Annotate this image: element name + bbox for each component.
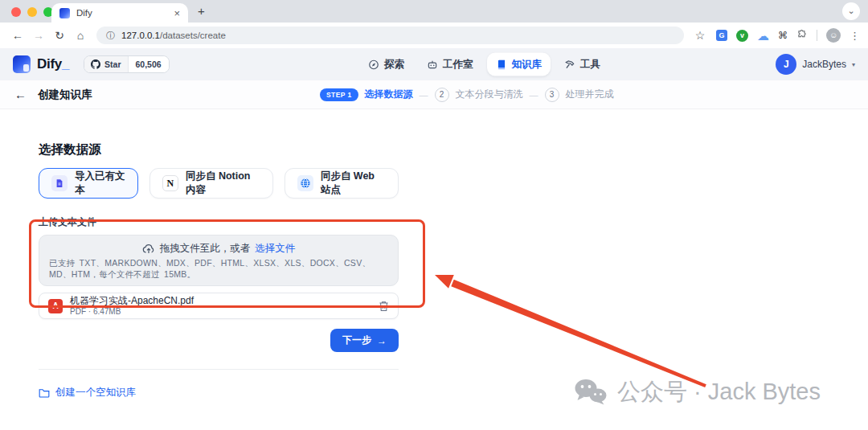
- nav-item-knowledge[interactable]: 知识库: [487, 53, 551, 76]
- user-avatar: J: [776, 54, 796, 75]
- file-name: 机器学习实战-ApacheCN.pdf: [70, 295, 194, 306]
- create-empty-dataset-link[interactable]: 创建一个空知识库: [39, 386, 399, 399]
- step-3-label: 处理并完成: [566, 88, 614, 101]
- step-3-circle: 3: [545, 88, 559, 102]
- trash-icon: [379, 301, 389, 312]
- browse-files-link[interactable]: 选择文件: [255, 242, 295, 256]
- globe-icon: [297, 175, 313, 191]
- step-1-badge: STEP 1: [320, 88, 358, 101]
- bookmark-star-icon[interactable]: ☆: [690, 29, 710, 42]
- github-star-badge[interactable]: Star 60,506: [84, 55, 170, 73]
- file-meta: PDF · 6.47MB: [70, 307, 194, 317]
- adguard-extension-icon[interactable]: v: [736, 30, 748, 42]
- close-window-button[interactable]: [11, 7, 21, 17]
- back-arrow-icon[interactable]: ←: [14, 88, 27, 101]
- robot-icon: [427, 59, 438, 70]
- step-separator: —: [420, 90, 428, 100]
- minimize-window-button[interactable]: [27, 7, 37, 17]
- github-icon: [91, 59, 100, 69]
- forward-button[interactable]: →: [29, 29, 48, 42]
- step-1-label: 选择数据源: [365, 88, 413, 101]
- arrow-right-icon: →: [377, 335, 387, 346]
- document-icon: [51, 175, 68, 191]
- nav-item-tools[interactable]: 工具: [555, 53, 609, 76]
- step-separator: —: [530, 90, 538, 100]
- user-chevron-down-icon: ▾: [852, 61, 855, 68]
- new-tab-button[interactable]: +: [198, 4, 205, 18]
- site-info-icon[interactable]: ⓘ: [106, 30, 115, 42]
- notion-icon: N: [162, 175, 178, 191]
- browser-toolbar: ← → ↻ ⌂ ⓘ 127.0.0.1/datasets/create ☆ G …: [0, 23, 868, 48]
- back-button[interactable]: ←: [8, 29, 27, 42]
- cloud-extension-icon[interactable]: ☁: [757, 30, 769, 42]
- uploaded-file-row[interactable]: A 机器学习实战-ApacheCN.pdf PDF · 6.47MB: [39, 293, 399, 319]
- section-title: 选择数据源: [39, 141, 399, 158]
- source-option-web[interactable]: 同步自 Web 站点: [285, 168, 399, 199]
- watermark: 公众号 · Jack Bytes: [574, 376, 821, 408]
- close-tab-icon[interactable]: ×: [174, 8, 180, 18]
- star-count: 60,506: [128, 56, 169, 72]
- step-2-label: 文本分段与清洗: [456, 88, 523, 101]
- drop-text: 拖拽文件至此，或者: [160, 242, 251, 256]
- dify-logo-icon: [13, 55, 31, 73]
- folder-icon: [39, 388, 50, 398]
- source-option-import-text[interactable]: 导入已有文本: [39, 168, 138, 199]
- upload-cloud-icon: [142, 244, 155, 255]
- compass-icon: [368, 59, 379, 70]
- book-icon: [496, 59, 507, 70]
- file-dropzone[interactable]: 拖拽文件至此，或者 选择文件 已支持 TXT、MARKDOWN、MDX、PDF、…: [39, 235, 399, 286]
- user-menu[interactable]: J JackBytes ▾: [776, 54, 855, 75]
- wechat-icon: [574, 379, 608, 406]
- star-label: Star: [104, 59, 121, 69]
- url-text: 127.0.0.1/datasets/create: [121, 31, 226, 40]
- page-header: ← 创建知识库 STEP 1 选择数据源 — 2 文本分段与清洗 — 3 处理并…: [0, 80, 868, 109]
- delete-file-button[interactable]: [379, 301, 389, 312]
- data-source-options: 导入已有文本 N 同步自 Notion 内容 同步自 Web 站点: [39, 168, 399, 199]
- hammer-icon: [564, 59, 575, 70]
- step-2-circle: 2: [435, 88, 449, 102]
- source-option-notion[interactable]: N 同步自 Notion 内容: [149, 168, 273, 199]
- next-step-button[interactable]: 下一步 →: [330, 329, 399, 352]
- supported-formats-hint: 已支持 TXT、MARKDOWN、MDX、PDF、HTML、XLSX、XLS、D…: [49, 258, 388, 280]
- browser-profile-avatar[interactable]: ☺: [826, 28, 841, 43]
- step-indicator: STEP 1 选择数据源 — 2 文本分段与清洗 — 3 处理并完成: [320, 80, 614, 109]
- extension-icons: G v ☁ ⌘ ☺ ⋮: [716, 28, 860, 43]
- content-divider: [39, 369, 399, 370]
- address-bar[interactable]: ⓘ 127.0.0.1/datasets/create: [96, 27, 684, 44]
- dark-extension-icon[interactable]: ⌘: [778, 31, 788, 40]
- create-dataset-form: 选择数据源 导入已有文本 N 同步自 Notion 内容 同步自 Web 站点 …: [0, 109, 399, 399]
- browser-tab-strip: Dify × + ⌄: [0, 0, 868, 23]
- window-controls: [11, 7, 53, 17]
- dify-wordmark: Dify_: [37, 56, 69, 72]
- translate-extension-icon[interactable]: G: [716, 30, 727, 41]
- dify-favicon-icon: [59, 8, 70, 18]
- browser-menu-icon[interactable]: ⋮: [850, 30, 860, 42]
- home-button[interactable]: ⌂: [71, 29, 90, 42]
- extensions-puzzle-icon[interactable]: [796, 30, 808, 41]
- pdf-file-icon: A: [48, 299, 63, 313]
- watermark-text: 公众号 · Jack Bytes: [617, 376, 821, 408]
- upload-section-label: 上传文本文件: [39, 215, 399, 229]
- page-title: 创建知识库: [38, 88, 92, 102]
- nav-item-studio[interactable]: 工作室: [418, 53, 482, 76]
- dify-logo[interactable]: Dify_: [13, 55, 69, 73]
- tab-title: Dify: [76, 8, 92, 18]
- reload-button[interactable]: ↻: [50, 29, 69, 42]
- user-name: JackBytes: [802, 59, 846, 70]
- tab-search-chevron-icon[interactable]: ⌄: [842, 2, 860, 20]
- main-nav: 探索 工作室 知识库 工具: [359, 53, 609, 76]
- browser-tab[interactable]: Dify ×: [51, 3, 188, 23]
- toolbar-divider: [817, 30, 817, 41]
- app-header: Dify_ Star 60,506 探索 工作室 知识库 工具 J JackBy…: [0, 48, 868, 80]
- nav-item-explore[interactable]: 探索: [359, 53, 413, 76]
